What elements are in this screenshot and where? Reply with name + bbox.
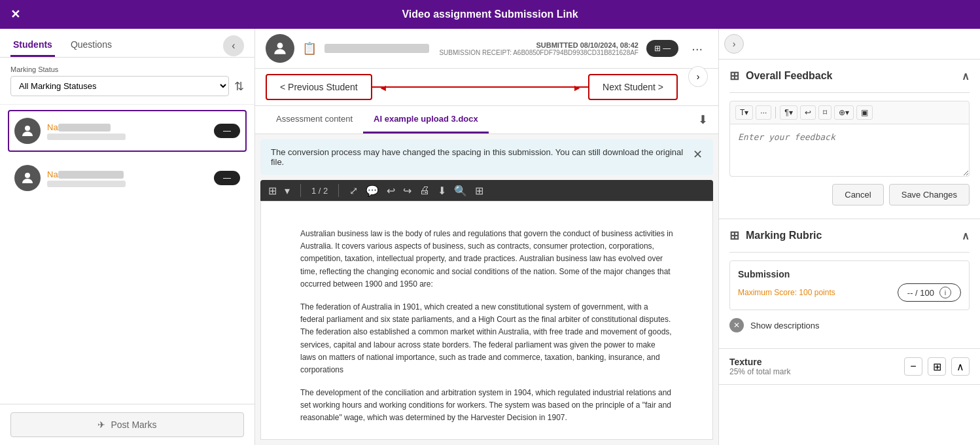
expand-panel-button[interactable]: › (688, 66, 708, 87)
marking-rubric-title: Marking Rubric (746, 230, 822, 241)
show-descriptions-label: Show descriptions (750, 321, 820, 330)
receipt-label: SUBMISSION RECEIPT: A6B0850FDF794BD9938C… (439, 49, 639, 56)
doc-paragraph-1: Australian business law is the body of r… (300, 228, 673, 291)
svg-point-2 (277, 43, 283, 48)
rubric-collapse-arrow-icon[interactable]: ∧ (962, 230, 970, 242)
doc-paragraph-2: The federation of Australia in 1901, whi… (300, 301, 673, 376)
insert-button[interactable]: ⊕▾ (834, 105, 854, 120)
next-student-button[interactable]: Next Student > (588, 74, 678, 100)
student-name: Na (47, 122, 209, 132)
rubric-content: Submission Maximum Score: 100 points -- … (719, 253, 980, 348)
marking-rubric-header[interactable]: ⊞ Marking Rubric ∧ (719, 219, 980, 252)
external-link-icon[interactable]: ⤢ (349, 185, 358, 197)
avatar (14, 118, 41, 144)
show-descriptions-toggle[interactable]: ✕ (729, 318, 744, 332)
overall-feedback-header[interactable]: ⊞ Overall Feedback ∧ (719, 60, 980, 92)
texture-percent: 25% of total mark (729, 367, 790, 376)
page-indicator: 1 / 2 (311, 186, 328, 196)
editor-toolbar: T▾ ··· ¶▾ ↩ ⌑ ⊕▾ ▣ (729, 101, 970, 124)
rubric-icon: ⊞ (729, 228, 739, 243)
texture-add-button[interactable]: ⊞ (928, 357, 946, 376)
student-header-meta: SUBMITTED 08/10/2024, 08:42 SUBMISSION R… (439, 41, 639, 56)
close-icon[interactable]: ✕ (10, 7, 20, 22)
texture-increase-button[interactable]: ∧ (951, 357, 970, 376)
banner-close-button[interactable]: ✕ (693, 147, 703, 162)
score-row: Maximum Score: 100 points -- / 100 i (738, 283, 961, 302)
tab-assessment-content[interactable]: Assessment content (266, 106, 363, 134)
submission-title: Submission (738, 269, 961, 279)
save-changes-button[interactable]: Save Changes (889, 184, 970, 205)
tab-file[interactable]: AI example upload 3.docx (363, 106, 489, 134)
tab-questions[interactable]: Questions (68, 34, 114, 57)
list-item[interactable]: Na — (8, 157, 247, 199)
sidebar-filter: Marking Status All Marking Statuses ⇅ (0, 58, 254, 105)
student-header-name (324, 44, 429, 53)
annotation-icon: 📋 (302, 41, 317, 56)
collapse-arrow-icon[interactable]: ∧ (962, 70, 970, 82)
layout-icon[interactable]: ⊞ (268, 185, 277, 197)
navigation-bar: < Previous Student ◄ ► Next Student > › (255, 69, 718, 106)
more-options-button[interactable]: ··· (686, 39, 708, 59)
student-name: Na (47, 169, 209, 179)
text-format-button[interactable]: T▾ (735, 105, 753, 120)
student-badge: — (214, 124, 240, 138)
texture-header-row: Texture 25% of total mark − ⊞ ∧ (729, 357, 970, 376)
feedback-actions: Cancel Save Changes (729, 179, 970, 211)
right-arrow-icon: ► (572, 82, 582, 93)
redo-icon[interactable]: ↪ (403, 185, 411, 197)
download-icon[interactable]: ⬇ (698, 113, 708, 127)
print-icon[interactable]: 🖨 (419, 185, 430, 196)
doc-paragraph-3: The development of the conciliation and … (300, 387, 673, 425)
post-marks-button[interactable]: ✈ Post Marks (10, 412, 244, 437)
post-marks-icon: ✈ (97, 419, 105, 430)
avatar (14, 165, 41, 191)
search-doc-icon[interactable]: 🔍 (454, 185, 467, 197)
paragraph-button[interactable]: ¶▾ (780, 105, 797, 120)
more-format-button[interactable]: ··· (756, 105, 771, 120)
view-dropdown-icon[interactable]: ▾ (285, 185, 290, 197)
feedback-icon: ⊞ (729, 69, 739, 83)
student-sub (47, 134, 126, 140)
texture-decrease-button[interactable]: − (904, 357, 922, 376)
undo-editor-button[interactable]: ↩ (800, 105, 816, 120)
media-button[interactable]: ▣ (856, 105, 873, 120)
marking-status-select[interactable]: All Marking Statuses (10, 76, 229, 96)
submitted-label: SUBMITTED 08/10/2024, 08:42 (439, 41, 639, 49)
main-layout: Students Questions ‹ Marking Status All … (0, 29, 980, 445)
prev-student-button[interactable]: < Previous Student (266, 74, 372, 100)
info-banner: The conversion process may have changed … (260, 139, 713, 175)
link-button[interactable]: ⌑ (818, 105, 831, 120)
texture-title: Texture (729, 357, 790, 367)
app-header: ✕ Video assignment Submission Link (0, 0, 980, 29)
feedback-editor: T▾ ··· ¶▾ ↩ ⌑ ⊕▾ ▣ Cancel Save Changes (719, 93, 980, 219)
sidebar-tabs: Students Questions ‹ (0, 29, 254, 58)
doc-toolbar: ⊞ ▾ 1 / 2 ⤢ 💬 ↩ ↪ 🖨 ⬇ 🔍 ⊞ (260, 180, 713, 201)
tab-students[interactable]: Students (10, 34, 55, 57)
overall-feedback-section: ⊞ Overall Feedback ∧ T▾ ··· ¶▾ ↩ ⌑ ⊕▾ ▣ (719, 60, 980, 219)
grid-view-button[interactable]: ⊞ — (646, 40, 678, 57)
undo-icon[interactable]: ↩ (387, 185, 395, 197)
expand-right-panel-button[interactable]: › (724, 34, 744, 54)
content-tab-bar: Assessment content AI example upload 3.d… (255, 106, 718, 134)
download-doc-icon[interactable]: ⬇ (438, 185, 446, 197)
student-info: Na (47, 169, 209, 187)
sidebar-collapse-button[interactable]: ‹ (223, 35, 244, 56)
list-item[interactable]: Na — (8, 110, 247, 152)
sidebar-footer: ✈ Post Marks (0, 404, 254, 445)
marking-rubric-section: ⊞ Marking Rubric ∧ Submission Maximum Sc… (719, 219, 980, 349)
texture-section: Texture 25% of total mark − ⊞ ∧ (719, 349, 980, 385)
content-area: 📋 SUBMITTED 08/10/2024, 08:42 SUBMISSION… (255, 29, 718, 445)
info-icon[interactable]: i (939, 287, 951, 298)
cancel-button[interactable]: Cancel (832, 184, 883, 205)
post-marks-label: Post Marks (111, 419, 156, 430)
student-header-bar: 📋 SUBMITTED 08/10/2024, 08:42 SUBMISSION… (255, 29, 718, 69)
doc-content[interactable]: Australian business law is the body of r… (260, 201, 713, 440)
left-arrow-icon: ◄ (379, 82, 388, 93)
max-score-label: Maximum Score: 100 points (738, 288, 835, 297)
feedback-input[interactable] (729, 124, 970, 177)
sort-icon[interactable]: ⇅ (234, 79, 244, 94)
avatar (266, 34, 294, 63)
grid-doc-icon[interactable]: ⊞ (475, 185, 483, 197)
student-badge: — (214, 171, 240, 185)
comment-icon[interactable]: 💬 (366, 185, 379, 197)
